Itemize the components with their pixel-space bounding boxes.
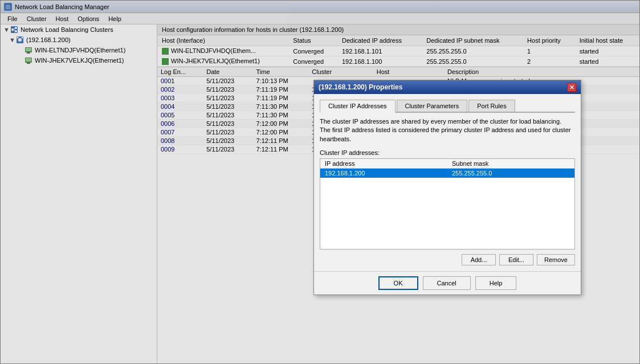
add-button[interactable]: Add... xyxy=(462,254,496,265)
help-button[interactable]: Help xyxy=(475,276,517,290)
ip-row[interactable]: 192.168.1.200 255.255.255.0 xyxy=(320,169,574,178)
modal-info-text: The cluster IP addresses are shared by e… xyxy=(320,117,575,144)
tab-cluster-params[interactable]: Cluster Parameters xyxy=(397,100,468,112)
modal-body: Cluster IP Addresses Cluster Parameters … xyxy=(314,94,581,271)
modal-overlay: (192.168.1.200) Properties ✕ Cluster IP … xyxy=(0,0,640,364)
ip-table-label: Cluster IP addresses: xyxy=(320,149,575,156)
properties-dialog: (192.168.1.200) Properties ✕ Cluster IP … xyxy=(313,80,581,295)
ip-col-address: IP address xyxy=(320,159,447,169)
ip-col-mask: Subnet mask xyxy=(447,159,574,169)
modal-footer: OK Cancel Help xyxy=(314,271,581,295)
tab-cluster-ip[interactable]: Cluster IP Addresses xyxy=(320,100,396,113)
modal-title: (192.168.1.200) Properties xyxy=(319,83,402,91)
modal-title-bar: (192.168.1.200) Properties ✕ xyxy=(314,80,581,94)
edit-button[interactable]: Edit... xyxy=(499,254,533,265)
ip-cell-mask: 255.255.255.0 xyxy=(447,169,574,178)
tab-bar: Cluster IP Addresses Cluster Parameters … xyxy=(320,100,575,113)
tab-port-rules[interactable]: Port Rules xyxy=(468,100,515,112)
modal-action-buttons: Add... Edit... Remove xyxy=(320,254,575,265)
ip-cell-address: 192.168.1.200 xyxy=(320,169,447,178)
modal-close-button[interactable]: ✕ xyxy=(567,83,576,92)
ip-table-container: IP address Subnet mask 192.168.1.200 255… xyxy=(320,158,575,250)
cancel-button[interactable]: Cancel xyxy=(423,276,471,290)
remove-button[interactable]: Remove xyxy=(537,254,575,265)
ip-table: IP address Subnet mask 192.168.1.200 255… xyxy=(320,159,574,178)
ok-button[interactable]: OK xyxy=(378,276,418,290)
